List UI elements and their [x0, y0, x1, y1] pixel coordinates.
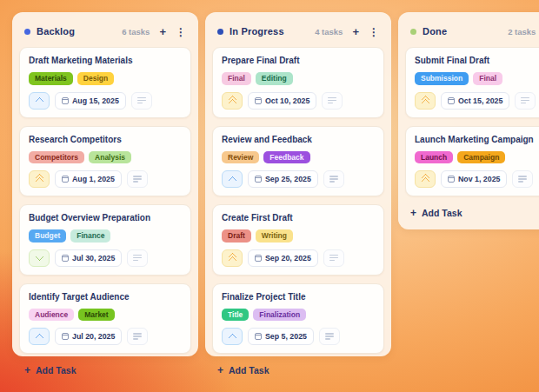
calendar-icon: [448, 176, 455, 183]
calendar-icon: [255, 176, 262, 183]
due-date-label: Oct 10, 2025: [265, 96, 309, 105]
add-card-button[interactable]: +: [352, 24, 359, 38]
tag: Launch: [415, 151, 453, 164]
task-card[interactable]: Prepare Final Draft Final Editing Oct 10…: [212, 47, 384, 118]
priority-chevron-icon[interactable]: [222, 249, 243, 267]
tag: Finalization: [253, 309, 306, 322]
notes-button[interactable]: [127, 249, 148, 267]
kanban-board: Backlog 6 tasks + ⋮ Draft Marketing Mate…: [0, 0, 539, 369]
column-menu-button[interactable]: ⋮: [369, 24, 379, 38]
priority-chevron-icon[interactable]: [222, 92, 243, 110]
calendar-icon: [62, 333, 69, 340]
add-task-button[interactable]: + Add Task: [19, 354, 191, 380]
card-meta-row: Jul 20, 2025: [29, 328, 182, 345]
plus-icon: +: [352, 25, 359, 38]
tag-list: Competitors Analysis: [29, 151, 182, 164]
column-task-count: 2 tasks: [508, 27, 536, 37]
calendar-icon: [62, 97, 69, 104]
priority-chevron-icon[interactable]: [29, 170, 50, 188]
column-status-dot: [217, 29, 223, 35]
text-lines-icon: [133, 176, 142, 177]
due-date-button[interactable]: Oct 15, 2025: [441, 92, 509, 110]
priority-chevron-icon[interactable]: [415, 170, 436, 188]
notes-button[interactable]: [323, 249, 344, 267]
text-lines-icon: [325, 333, 334, 335]
column-status-dot: [24, 29, 30, 35]
task-card[interactable]: Research Competitors Competitors Analysi…: [19, 126, 191, 197]
card-meta-row: Sep 25, 2025: [222, 170, 375, 188]
due-date-button[interactable]: Aug 1, 2025: [55, 170, 122, 188]
card-meta-row: Sep 5, 2025: [222, 328, 375, 345]
column-task-count: 6 tasks: [122, 27, 150, 37]
column-header: In Progress 4 tasks + ⋮: [212, 19, 384, 47]
priority-chevron-icon[interactable]: [29, 92, 50, 110]
column-header: Backlog 6 tasks + ⋮: [19, 19, 191, 47]
task-card[interactable]: Draft Marketing Materials Materials Desi…: [19, 47, 191, 118]
text-lines-icon: [329, 176, 338, 177]
priority-chevron-icon[interactable]: [222, 170, 243, 188]
column-title: Done: [423, 26, 447, 37]
due-date-label: Oct 15, 2025: [458, 96, 502, 105]
notes-button[interactable]: [127, 328, 148, 345]
due-date-button[interactable]: Aug 15, 2025: [55, 92, 126, 110]
task-card[interactable]: Finalize Project Title Title Finalizatio…: [212, 283, 384, 355]
notes-button[interactable]: [127, 170, 148, 188]
due-date-label: Aug 1, 2025: [72, 175, 115, 183]
card-title: Submit Final Draft: [415, 56, 539, 66]
due-date-button[interactable]: Oct 10, 2025: [248, 92, 316, 110]
add-task-label: Add Task: [36, 365, 76, 375]
task-card[interactable]: Review and Feedback Review Feedback Sep …: [212, 126, 384, 197]
tag-list: Final Editing: [222, 72, 375, 85]
card-meta-row: Sep 20, 2025: [222, 249, 375, 267]
tag: Finance: [70, 229, 110, 243]
priority-chevron-icon[interactable]: [29, 328, 50, 345]
task-card[interactable]: Launch Marketing Campaign Launch Campaig…: [405, 126, 539, 197]
add-card-button[interactable]: +: [159, 24, 166, 38]
text-lines-icon: [137, 97, 146, 99]
card-meta-row: Oct 15, 2025: [415, 92, 539, 110]
priority-chevron-icon[interactable]: [222, 328, 243, 345]
notes-button[interactable]: [512, 170, 533, 188]
add-task-button[interactable]: + Add Task: [405, 196, 539, 223]
tag-list: Title Finalization: [222, 309, 375, 322]
add-task-label: Add Task: [422, 208, 462, 218]
vertical-dots-icon: ⋮: [369, 26, 379, 38]
notes-button[interactable]: [319, 328, 340, 345]
tag: Writing: [256, 229, 293, 243]
due-date-button[interactable]: Sep 20, 2025: [248, 249, 318, 267]
tag: Materials: [29, 72, 73, 85]
add-task-button[interactable]: + Add Task: [212, 354, 384, 380]
card-list: Prepare Final Draft Final Editing Oct 10…: [212, 47, 384, 354]
add-task-label: Add Task: [229, 365, 269, 375]
priority-chevron-icon[interactable]: [29, 249, 50, 267]
due-date-button[interactable]: Jul 30, 2025: [55, 249, 122, 267]
due-date-button[interactable]: Nov 1, 2025: [441, 170, 507, 188]
calendar-icon: [62, 176, 69, 183]
card-title: Create First Draft: [222, 213, 375, 223]
card-title: Prepare Final Draft: [222, 56, 375, 66]
due-date-button[interactable]: Jul 20, 2025: [55, 328, 122, 345]
task-card[interactable]: Budget Overview Preparation Budget Finan…: [19, 204, 191, 276]
card-meta-row: Aug 15, 2025: [29, 92, 182, 110]
due-date-label: Jul 30, 2025: [72, 254, 115, 262]
calendar-icon: [255, 255, 262, 262]
notes-button[interactable]: [323, 170, 344, 188]
card-title: Research Competitors: [29, 135, 182, 145]
plus-icon: +: [217, 364, 223, 376]
column-task-count: 4 tasks: [315, 27, 343, 37]
task-card[interactable]: Identify Target Audience Audience Market…: [19, 283, 191, 355]
notes-button[interactable]: [131, 92, 152, 110]
column-status-dot: [410, 29, 416, 35]
notes-button[interactable]: [515, 92, 536, 110]
column-menu-button[interactable]: ⋮: [176, 24, 186, 38]
tag: Budget: [29, 229, 66, 243]
plus-icon: +: [159, 25, 166, 38]
notes-button[interactable]: [322, 92, 343, 110]
tag: Design: [77, 72, 114, 85]
due-date-button[interactable]: Sep 5, 2025: [248, 328, 314, 345]
priority-chevron-icon[interactable]: [415, 92, 436, 110]
due-date-button[interactable]: Sep 25, 2025: [248, 170, 318, 188]
task-card[interactable]: Submit Final Draft Submission Final Oct …: [405, 47, 539, 118]
column-title: Backlog: [37, 26, 75, 37]
task-card[interactable]: Create First Draft Draft Writing Sep 20,…: [212, 204, 384, 276]
